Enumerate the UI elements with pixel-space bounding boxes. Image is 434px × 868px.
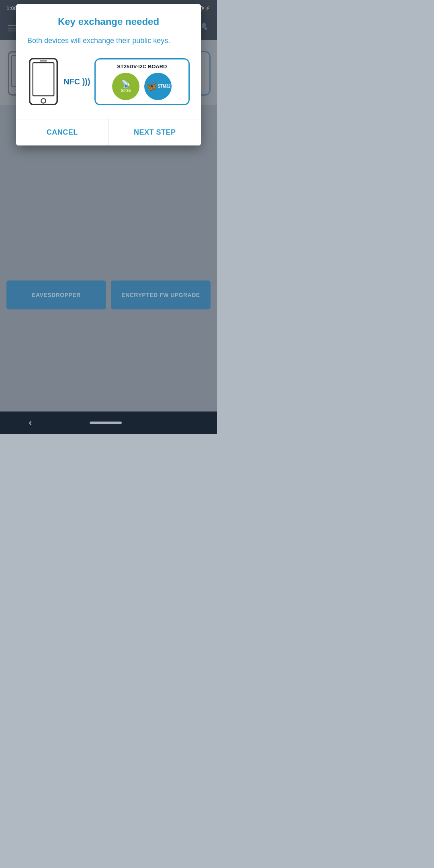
modal-dialog: Key exchange needed Both devices will ex…	[16, 4, 201, 145]
cancel-button[interactable]: CANCEL	[16, 119, 109, 145]
nav-bar: ‹	[0, 411, 217, 434]
bottom-button-grid: EAVESDROPPER ENCRYPTED FW UPGRADE	[0, 249, 217, 313]
modal-illustration: NFC ))) ST25DV-I2C BOARD 📡 ST25 🦋 STM32	[27, 55, 190, 108]
overlay: Key exchange needed Both devices will ex…	[0, 0, 217, 434]
back-button[interactable]: ‹	[29, 418, 32, 428]
modal-nfc-label: NFC )))	[63, 77, 90, 86]
modal-body: Key exchange needed Both devices will ex…	[16, 4, 201, 119]
modal-board-title: ST25DV-I2C BOARD	[117, 63, 167, 70]
modal-description: Both devices will exchange their public …	[27, 35, 190, 46]
modal-board-box: ST25DV-I2C BOARD 📡 ST25 🦋 STM32	[94, 58, 190, 105]
home-pill[interactable]	[90, 422, 122, 424]
next-step-button[interactable]: NEXT STEP	[109, 119, 201, 145]
modal-title: Key exchange needed	[27, 16, 190, 27]
eavesdropper-button[interactable]: EAVESDROPPER	[6, 280, 106, 309]
modal-stm32-circle: 🦋 STM32	[144, 73, 172, 100]
modal-phone-area: NFC )))	[27, 55, 90, 108]
modal-st25-circle: 📡 ST25	[112, 73, 139, 100]
modal-phone-icon	[27, 55, 59, 108]
svg-rect-9	[33, 63, 54, 96]
modal-footer: CANCEL NEXT STEP	[16, 119, 201, 145]
encrypted-fw-button[interactable]: ENCRYPTED FW UPGRADE	[111, 280, 211, 309]
modal-circles: 📡 ST25 🦋 STM32	[112, 73, 172, 100]
